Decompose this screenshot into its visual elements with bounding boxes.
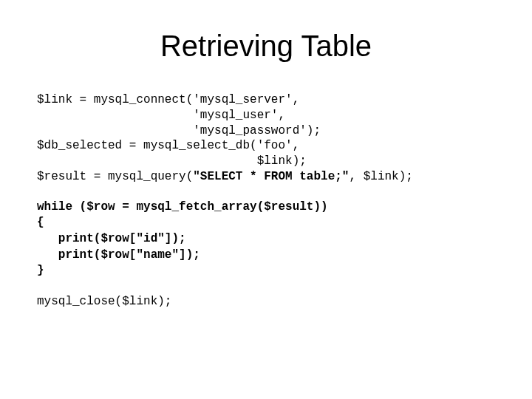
code-line-6c: , $link); — [349, 170, 412, 183]
code-line-4: $db_selected = mysql_select_db('foo', — [37, 139, 299, 152]
code-block-connect: $link = mysql_connect('mysql_server', 'm… — [37, 92, 495, 185]
while-line-1: while ($row = mysql_fetch_array($result)… — [37, 200, 328, 214]
while-line-3: print($row["id"]); — [37, 232, 186, 245]
close-line: mysql_close($link); — [37, 295, 171, 308]
code-line-3: 'mysql_password'); — [37, 124, 321, 137]
code-line-2: 'mysql_user', — [37, 109, 285, 122]
code-line-6-query: "SELECT * FROM table;" — [193, 170, 349, 183]
slide-title: Retrieving Table — [37, 30, 495, 63]
code-line-1: $link = mysql_connect('mysql_server', — [37, 93, 299, 106]
code-line-5: $link); — [37, 154, 307, 168]
code-block-while: while ($row = mysql_fetch_array($result)… — [37, 200, 495, 279]
while-line-5: } — [37, 264, 44, 277]
code-line-6a: $result = mysql_query( — [37, 170, 193, 183]
while-line-4: print($row["name"]); — [37, 248, 200, 262]
while-line-2: { — [37, 216, 44, 229]
code-block-close: mysql_close($link); — [37, 294, 495, 310]
